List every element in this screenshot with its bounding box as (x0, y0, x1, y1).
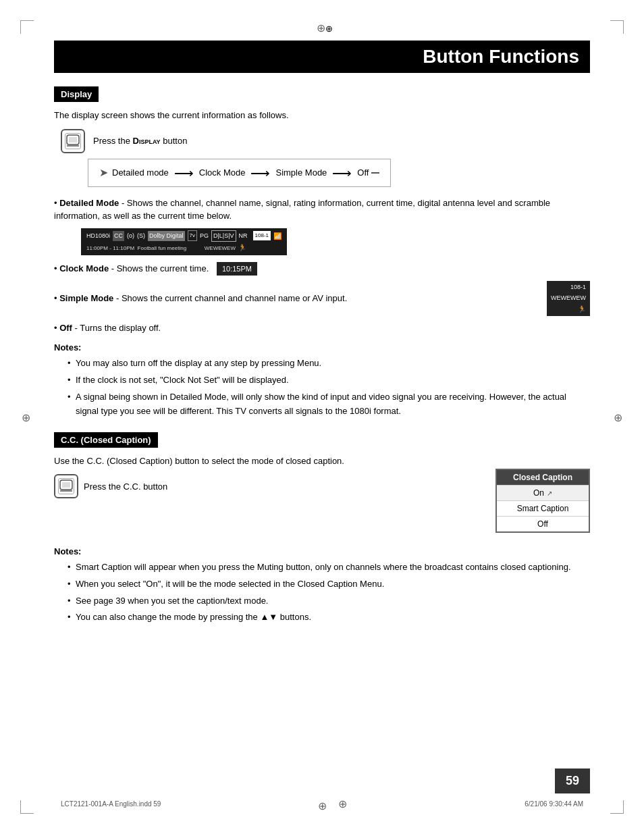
info-bar-row1: HD1080i CC (o) (S) Dolby Digital 7v PG D… (86, 230, 281, 242)
display-section: Display The display screen shows the cur… (54, 86, 590, 419)
cc-remote-icon-svg (59, 479, 74, 494)
cc-section-header: C.C. (Closed Caption) (54, 432, 158, 448)
page-footer: LCT2121-001A-A English.indd 59 ⊕ 6/21/06… (0, 798, 644, 810)
crosshair-right: ⊕ (614, 411, 622, 423)
display-button-icon[interactable] (61, 129, 85, 153)
display-note-2: If the clock is not set, "Clock Not Set"… (68, 373, 590, 388)
reg-mark-tl (20, 20, 34, 34)
cc-popup-item-on[interactable]: On ↗ (497, 485, 589, 500)
cc-note-2: When you select "On", it will be the mod… (68, 577, 590, 592)
cc-notes-list: Smart Caption will appear when you press… (68, 561, 590, 625)
detailed-mode-desc: - Shows the channel, channel name, signa… (54, 198, 550, 221)
cc-note-1: Smart Caption will appear when you press… (68, 561, 590, 575)
cc-intro: Use the C.C. (Closed Caption) button to … (54, 454, 590, 468)
svg-rect-3 (60, 480, 72, 490)
cc-popup-item-smart[interactable]: Smart Caption (497, 500, 589, 516)
mode-off: Off (357, 167, 369, 178)
footer-right: 6/21/06 9:30:44 AM (525, 800, 583, 808)
mode-simple: Simple Mode (275, 167, 327, 178)
page-number-badge: 59 (555, 768, 590, 793)
off-desc: - Turns the display off. (72, 323, 161, 333)
cc-popup-menu: Closed Caption On ↗ Smart Caption Off (495, 469, 590, 533)
cc-notes: Notes: Smart Caption will appear when yo… (54, 546, 590, 625)
display-intro: The display screen shows the current inf… (54, 109, 590, 122)
cc-press-row: Press the C.C. button Closed Caption On … (54, 474, 590, 538)
clock-display: 10:15PM (217, 262, 257, 276)
flow-arrow-3: ⟶ (332, 165, 352, 181)
svg-rect-1 (69, 137, 77, 142)
simple-mode-desc: - Shows the current channel and channel … (113, 293, 347, 303)
cc-note-3: See page 39 when you set the caption/tex… (68, 594, 590, 608)
display-notes-list: You may also turn off the display at any… (68, 357, 590, 418)
press-cc-label: Press the C.C. button (84, 481, 167, 492)
cc-button-area: Press the C.C. button (54, 474, 495, 498)
clock-mode-row: • Clock Mode - Shows the current time. 1… (54, 262, 590, 276)
crosshair-left: ⊕ (22, 411, 30, 423)
simple-mode-row: • Simple Mode - Shows the current channe… (54, 281, 590, 316)
footer-crosshair: ⊕ (338, 798, 347, 810)
detailed-mode-label: Detailed Mode (59, 198, 119, 208)
display-note-1: You may also turn off the display at any… (68, 357, 590, 371)
crosshair-top: ⊕ (317, 22, 327, 32)
remote-icon-svg (65, 134, 80, 149)
press-display-label: Press the Display button (93, 136, 187, 146)
mode-clock: Clock Mode (199, 167, 246, 178)
cc-notes-label: Notes: (54, 546, 590, 556)
svg-rect-4 (62, 482, 70, 488)
reg-mark-tr (610, 20, 624, 34)
detailed-mode-row: • Detailed Mode - Shows the channel, cha… (54, 197, 590, 223)
cc-popup-header: Closed Caption (497, 470, 589, 485)
info-bar-container: HD1080i CC (o) (S) Dolby Digital 7v PG D… (81, 228, 590, 255)
display-notes: Notes: You may also turn off the display… (54, 342, 590, 418)
flow-arrow-1: ⟶ (174, 165, 194, 181)
simple-mode-label: Simple Mode (59, 293, 113, 303)
checkmark-icon: ↗ (547, 490, 552, 497)
simple-display: 108-1 WEWEWEW 🏃 (547, 281, 590, 316)
flow-arrow-2: ⟶ (250, 165, 270, 181)
flow-return-mark (371, 172, 379, 174)
flow-start-arrow: ➤ (99, 166, 108, 179)
footer-left: LCT2121-001A-A English.indd 59 (61, 800, 161, 808)
info-bar-row2: 11:00PM - 11:10PM Football fun meeting W… (86, 242, 281, 253)
display-note-3: A signal being shown in Detailed Mode, w… (68, 390, 590, 419)
cc-note-4: You can also change the mode by pressing… (68, 610, 590, 625)
off-mode-row: • Off - Turns the display off. (54, 321, 590, 335)
display-notes-label: Notes: (54, 342, 590, 353)
mode-detailed: Detailed mode (112, 167, 169, 178)
press-display-row: Press the Display button (61, 129, 590, 153)
mode-flow-diagram: ➤ Detailed mode ⟶ Clock Mode ⟶ Simple Mo… (88, 159, 391, 187)
info-bar: HD1080i CC (o) (S) Dolby Digital 7v PG D… (81, 228, 287, 255)
clock-mode-label: Clock Mode (59, 263, 109, 273)
svg-rect-0 (67, 135, 79, 145)
off-label: Off (59, 323, 72, 333)
cc-section: C.C. (Closed Caption) Use the C.C. (Clos… (54, 432, 590, 625)
page-container: ⊕ ⊕ ⊕ ⊕ Button Functions Display The dis… (0, 0, 644, 834)
display-section-header: Display (54, 86, 99, 102)
cc-button-icon[interactable] (54, 474, 78, 498)
clock-mode-desc: - Shows the current time. (109, 263, 209, 273)
cc-popup-item-off[interactable]: Off (497, 516, 589, 531)
page-title: Button Functions (54, 41, 590, 73)
